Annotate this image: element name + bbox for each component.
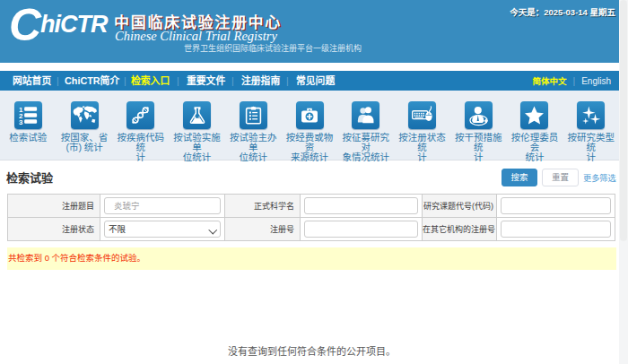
svg-text:3: 3 — [19, 118, 23, 125]
